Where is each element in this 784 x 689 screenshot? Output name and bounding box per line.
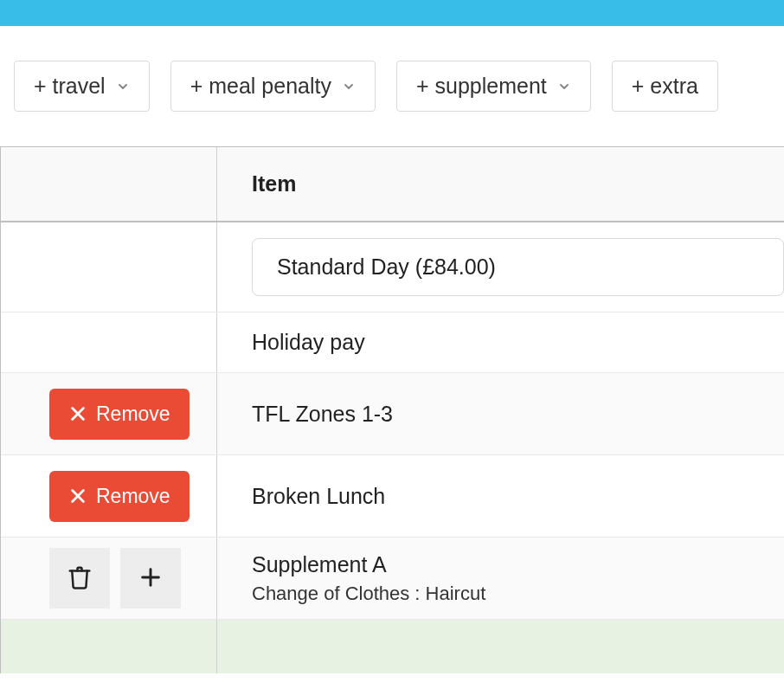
items-table: Item Standard Day (£84.00) Holiday pay R…	[0, 146, 784, 673]
header-item-cell: Item	[217, 147, 784, 221]
trash-icon	[67, 564, 93, 593]
add-extra-button[interactable]: + extra	[612, 61, 718, 112]
item-cell: Supplement A Change of Clothes : Haircut	[217, 538, 784, 619]
close-icon	[68, 486, 87, 505]
actions-cell: Remove	[1, 455, 217, 537]
supplement-detail: Change of Clothes : Haircut	[252, 583, 749, 605]
footer-item-cell	[217, 620, 784, 673]
remove-label: Remove	[96, 485, 170, 508]
add-travel-button[interactable]: + travel	[14, 61, 150, 112]
add-button[interactable]	[120, 548, 181, 609]
delete-button[interactable]	[49, 548, 110, 609]
add-travel-label: + travel	[34, 74, 106, 99]
table-header-row: Item	[1, 147, 784, 222]
item-cell: Broken Lunch	[217, 455, 784, 537]
item-cell: TFL Zones 1-3	[217, 373, 784, 454]
day-rate-select[interactable]: Standard Day (£84.00)	[252, 238, 784, 296]
header-actions-cell	[1, 147, 217, 221]
close-icon	[68, 404, 87, 423]
table-row: Supplement A Change of Clothes : Haircut	[1, 538, 784, 620]
add-meal-penalty-label: + meal penalty	[190, 74, 331, 99]
actions-cell: Remove	[1, 373, 217, 454]
remove-button[interactable]: Remove	[49, 471, 190, 522]
action-toolbar: + travel + meal penalty + supplement + e…	[0, 26, 784, 146]
actions-cell	[1, 538, 217, 619]
actions-cell	[1, 222, 217, 312]
add-extra-label: + extra	[632, 74, 698, 99]
add-supplement-button[interactable]: + supplement	[396, 61, 591, 112]
table-footer-row	[1, 620, 784, 673]
table-row: Holiday pay	[1, 312, 784, 373]
table-row: Remove TFL Zones 1-3	[1, 373, 784, 455]
add-supplement-label: + supplement	[416, 74, 547, 99]
supplement-title: Supplement A	[252, 552, 749, 577]
day-rate-value: Standard Day (£84.00)	[277, 254, 496, 279]
header-bar	[0, 0, 784, 26]
table-row: Remove Broken Lunch	[1, 455, 784, 538]
chevron-down-icon	[116, 80, 130, 93]
item-cell: Holiday pay	[217, 312, 784, 372]
actions-cell	[1, 312, 217, 372]
chevron-down-icon	[557, 80, 571, 93]
footer-actions-cell	[1, 620, 217, 673]
remove-button[interactable]: Remove	[49, 389, 190, 440]
remove-label: Remove	[96, 402, 170, 426]
table-row: Standard Day (£84.00)	[1, 222, 784, 312]
item-cell: Standard Day (£84.00)	[217, 222, 784, 312]
chevron-down-icon	[342, 80, 356, 93]
add-meal-penalty-button[interactable]: + meal penalty	[170, 61, 376, 112]
plus-icon	[138, 565, 163, 592]
